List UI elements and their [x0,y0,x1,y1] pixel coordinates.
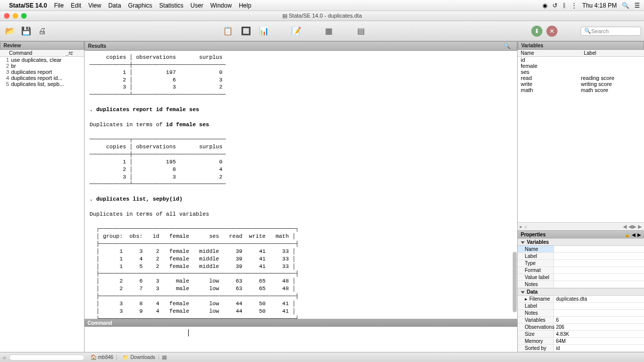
props-row[interactable]: Size4.83K [518,331,644,338]
props-row[interactable]: Notes [518,281,644,288]
props-vars-section[interactable]: Variables [518,238,644,246]
review-item[interactable]: 5duplicates list, sepb... [0,81,84,87]
props-row[interactable]: Type [518,260,644,267]
status-search-icon[interactable]: ⌕ [3,354,6,360]
props-row[interactable]: Label [518,253,644,260]
review-list[interactable]: 1use duplicates, clear2br3duplicates rep… [0,57,84,352]
sync-icon[interactable]: ↺ [552,2,557,9]
breadcrumb-downloads[interactable]: 📁 Downloads [120,354,158,360]
review-item[interactable]: 2br [0,63,84,69]
save-button[interactable]: 💾 [19,24,33,38]
wifi-icon[interactable]: ⋮ [571,2,577,9]
break-icon[interactable]: ✕ [546,26,557,37]
statusbar: ⌕ 🏠 mb846 📁 Downloads ▤ [0,352,644,362]
variable-row[interactable]: mathmath score [518,87,644,93]
props-row[interactable]: Value label [518,274,644,281]
props-row[interactable]: Sorted byid [518,345,644,352]
command-header: Command [85,319,517,327]
command-input[interactable] [85,327,517,352]
props-row[interactable]: Observations206 [518,324,644,331]
breadcrumb-tail-icon[interactable]: ▤ [162,354,167,360]
properties-panel: Properties 🔒 ◀ ▶ Variables NameLabelType… [518,230,644,352]
menu-view[interactable]: View [88,2,101,9]
variable-row[interactable]: female [518,63,644,69]
status-search-input[interactable] [9,354,85,360]
toolbar: 📂 💾 🖨 📋 🔲 📊 📝 ▦ ▤ ⬇ ✕ 🔍 Search [0,21,644,41]
variables-list[interactable]: idfemalesesreadreading scorewritewriting… [518,57,644,222]
props-row[interactable]: Format [518,267,644,274]
print-button[interactable]: 🖨 [35,24,49,38]
props-row[interactable]: Memory64M [518,338,644,345]
menu-window[interactable]: Window [210,2,232,9]
props-row[interactable]: ▸Filenameduplicates.dta [518,296,644,303]
filter-nav-icons[interactable]: ◀ ◀▶ ▶ [623,224,642,229]
review-item[interactable]: 1use duplicates, clear [0,57,84,63]
zoom-window-button[interactable] [21,13,27,19]
props-row[interactable]: Name [518,246,644,253]
viewer-button[interactable]: 🔲 [239,24,253,38]
results-scrollbar-thumb[interactable] [513,252,517,312]
prev-var-icon[interactable]: ◀ [632,232,635,237]
review-item[interactable]: 3duplicates report [0,69,84,75]
data-browser-button[interactable]: ▤ [354,24,368,38]
log-button[interactable]: 📋 [221,24,235,38]
results-header: Results 🔍 [85,41,517,51]
menu-edit[interactable]: Edit [71,2,82,9]
vars-col-label[interactable]: Label [581,50,645,56]
breadcrumb-home[interactable]: 🏠 mb846 [88,354,117,360]
props-row[interactable]: Variables6 [518,317,644,324]
data-editor-button[interactable]: ▦ [321,24,336,38]
search-icon: 🔍 [584,28,591,34]
props-row[interactable]: Notes [518,310,644,317]
close-window-button[interactable] [4,13,10,19]
menu-help[interactable]: Help [239,2,252,9]
graph-button[interactable]: 📊 [257,24,271,38]
results-panel: Results 🔍 copies │ observations surplus … [85,41,517,352]
bluetooth-icon[interactable]: ᛒ [562,2,566,9]
results-body[interactable]: copies │ observations surplus ──────────… [85,51,517,319]
props-data-section[interactable]: Data [518,288,644,296]
window-title: ▤ Stata/SE 14.0 - duplicates.dta [282,13,362,19]
review-panel: Review Command _rc 1use duplicates, clea… [0,41,85,352]
minimize-window-button[interactable] [13,13,18,19]
open-button[interactable]: 📂 [3,24,17,38]
menubar-status: ◉ ↺ ᛒ ⋮ Thu 4:18 PM 🔍 ☰ [542,2,640,9]
review-col-command[interactable]: Command [0,50,64,56]
toolbar-search[interactable]: 🔍 Search [581,27,641,36]
variable-row[interactable]: ses [518,69,644,75]
variable-row[interactable]: readreading score [518,75,644,81]
next-var-icon[interactable]: ▶ [637,232,641,237]
filter-disclosure-icon[interactable]: ▸ [520,224,522,229]
review-col-rc[interactable]: _rc [64,50,84,56]
menu-user[interactable]: User [191,2,203,9]
menu-statistics[interactable]: Statistics [159,2,184,9]
vars-col-name[interactable]: Name [518,50,581,56]
variables-header: Variables [518,41,644,50]
props-row[interactable]: Label [518,303,644,310]
app-name[interactable]: Stata/SE 14.0 [9,2,47,9]
results-search-icon[interactable]: 🔍 [504,43,511,49]
window-titlebar: ▤ Stata/SE 14.0 - duplicates.dta [0,11,644,21]
spotlight-icon[interactable]: 🔍 [622,2,629,9]
doc-icon: ▤ [282,13,289,19]
menu-data[interactable]: Data [108,2,121,9]
lock-icon[interactable]: 🔒 [624,232,630,237]
record-icon[interactable]: ◉ [542,2,547,9]
mac-menubar: Stata/SE 14.0 File Edit View Data Graphi… [0,0,644,11]
menu-file[interactable]: File [54,2,63,9]
download-icon[interactable]: ⬇ [531,26,542,37]
review-item[interactable]: 4duplicates report id... [0,75,84,81]
menu-extras-icon[interactable]: ☰ [634,2,640,9]
menu-graphics[interactable]: Graphics [128,2,152,9]
clock[interactable]: Thu 4:18 PM [582,2,617,9]
variable-row[interactable]: writewriting score [518,81,644,87]
variables-filter[interactable]: ▸ ⌕ ◀ ◀▶ ▶ [518,222,644,230]
review-header: Review [0,41,84,50]
properties-title: Properties [521,232,545,237]
variable-row[interactable]: id [518,57,644,63]
dofile-editor-button[interactable]: 📝 [289,24,303,38]
